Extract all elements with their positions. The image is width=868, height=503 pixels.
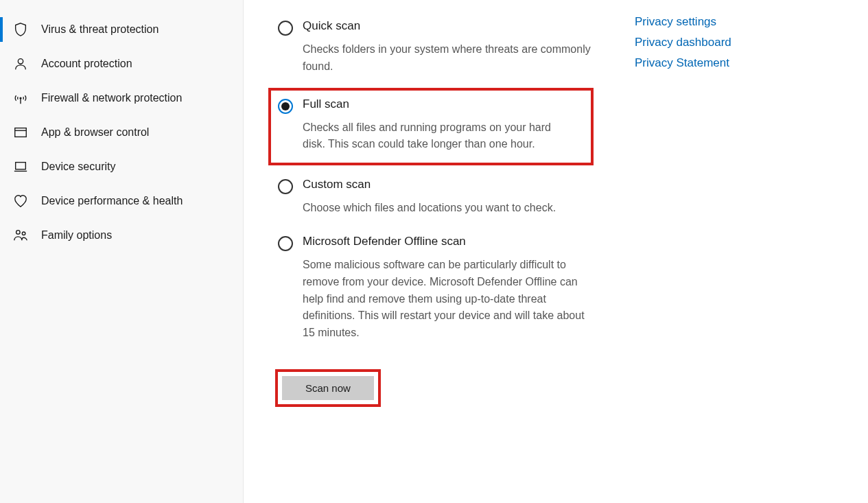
sidebar-item-virus-threat[interactable]: Virus & threat protection — [0, 12, 243, 47]
sidebar-item-label: Device security — [41, 161, 115, 173]
radio-button[interactable] — [278, 236, 293, 251]
window-icon — [12, 124, 29, 141]
scan-options-panel: Quick scan Checks folders in your system… — [278, 14, 594, 489]
radio-title: Full scan — [303, 97, 570, 111]
svg-point-6 — [16, 231, 20, 235]
radio-desc: Some malicious software can be particula… — [303, 257, 594, 342]
shield-icon — [12, 21, 29, 38]
link-privacy-statement[interactable]: Privacy Statement — [635, 56, 841, 70]
privacy-links-panel: Privacy settings Privacy dashboard Priva… — [635, 14, 841, 489]
radio-option-custom-scan[interactable]: Custom scan Choose which files and locat… — [278, 172, 594, 229]
link-privacy-dashboard[interactable]: Privacy dashboard — [635, 36, 841, 49]
svg-rect-4 — [16, 163, 26, 169]
radio-title: Microsoft Defender Offline scan — [303, 235, 594, 248]
radio-button[interactable] — [278, 179, 293, 194]
svg-point-7 — [22, 232, 25, 235]
sidebar-item-device-performance[interactable]: Device performance & health — [0, 184, 243, 218]
sidebar-item-label: Account protection — [41, 58, 132, 70]
radio-desc: Checks folders in your system where thre… — [303, 41, 594, 75]
sidebar-item-app-browser[interactable]: App & browser control — [0, 115, 243, 150]
svg-point-0 — [18, 59, 23, 64]
sidebar-item-label: Virus & threat protection — [41, 23, 159, 36]
svg-point-1 — [20, 97, 21, 99]
sidebar-item-firewall[interactable]: Firewall & network protection — [0, 81, 243, 115]
heart-icon — [12, 193, 29, 209]
family-icon — [12, 227, 29, 244]
link-privacy-settings[interactable]: Privacy settings — [635, 15, 841, 29]
radio-button[interactable] — [278, 99, 293, 114]
sidebar-item-label: App & browser control — [41, 126, 149, 139]
radio-title: Quick scan — [303, 19, 594, 33]
radio-option-quick-scan[interactable]: Quick scan Checks folders in your system… — [278, 14, 594, 88]
person-icon — [12, 56, 29, 72]
radio-desc: Choose which files and locations you wan… — [303, 200, 594, 217]
sidebar-item-label: Firewall & network protection — [41, 92, 182, 104]
radio-option-offline-scan[interactable]: Microsoft Defender Offline scan Some mal… — [278, 229, 594, 354]
svg-rect-2 — [15, 128, 27, 137]
sidebar-item-device-security[interactable]: Device security — [0, 150, 243, 184]
scan-now-button[interactable]: Scan now — [282, 376, 374, 400]
sidebar-item-account-protection[interactable]: Account protection — [0, 47, 243, 81]
radio-button[interactable] — [278, 21, 293, 36]
scan-button-highlight: Scan now — [275, 369, 381, 407]
sidebar-item-label: Device performance & health — [41, 195, 183, 207]
sidebar: Virus & threat protection Account protec… — [0, 0, 244, 503]
sidebar-item-label: Family options — [41, 229, 112, 242]
radio-option-full-scan[interactable]: Full scan Checks all files and running p… — [268, 88, 594, 166]
main-content: Quick scan Checks folders in your system… — [244, 0, 868, 503]
sidebar-item-family-options[interactable]: Family options — [0, 218, 243, 253]
radio-desc: Checks all files and running programs on… — [303, 119, 570, 154]
laptop-icon — [12, 159, 29, 175]
radio-title: Custom scan — [303, 178, 594, 191]
antenna-icon — [12, 90, 29, 106]
